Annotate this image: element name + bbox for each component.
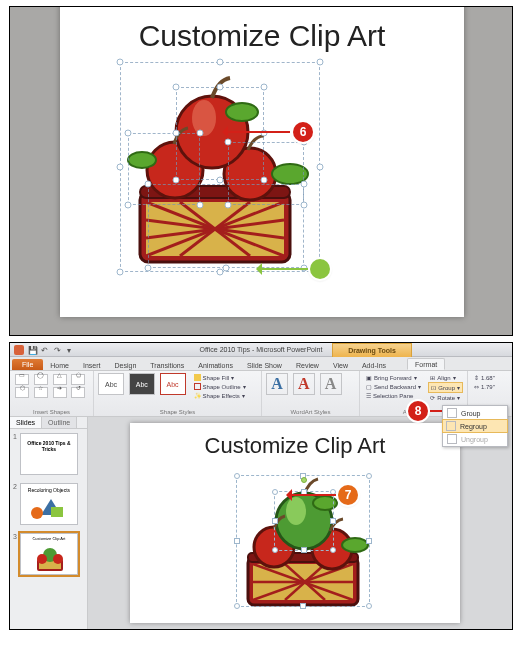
shape-gallery-item[interactable]: ↺ — [71, 387, 85, 398]
left-pane-tabs: Slides Outline — [10, 417, 87, 429]
undo-icon[interactable]: ↶ — [41, 346, 50, 355]
menu-item-regroup[interactable]: Regroup — [442, 419, 508, 433]
callout-8-label: 8 — [415, 404, 422, 418]
svg-rect-18 — [51, 507, 63, 517]
app-title: Office 2010 Tips - Microsoft PowerPoint — [200, 346, 323, 353]
slide-thumbnail-pane: Slides Outline 1 Office 2010 Tips & Tric… — [10, 417, 88, 629]
ungroup-icon — [447, 434, 457, 444]
menu-item-ungroup[interactable]: Ungroup — [443, 432, 507, 446]
ribbon-tabs: File Home Insert Design Transitions Anim… — [10, 357, 512, 371]
shape-effects-button[interactable]: ✨Shape Effects ▾ — [192, 391, 248, 400]
callout-6: 6 — [293, 122, 313, 142]
thumb-title: Office 2010 Tips & Tricks — [21, 440, 77, 452]
redo-icon[interactable]: ↷ — [54, 346, 63, 355]
shape-style-preset[interactable]: Abc — [160, 373, 186, 395]
wordart-preset[interactable]: A — [293, 373, 315, 395]
rotate-handle-icon[interactable] — [301, 477, 307, 483]
titlebar: Office 2010 Tips - Microsoft PowerPoint — [10, 343, 512, 357]
save-icon[interactable]: 💾 — [28, 346, 37, 355]
svg-point-10 — [272, 164, 308, 184]
shape-gallery-item[interactable]: ◯ — [34, 374, 48, 385]
thumb-number: 3 — [13, 533, 17, 540]
thumb-number: 2 — [13, 483, 17, 490]
tab-slideshow[interactable]: Slide Show — [240, 360, 289, 370]
tab-outline[interactable]: Outline — [42, 417, 77, 428]
shape-gallery-item[interactable]: △ — [53, 374, 67, 385]
figure-panel-1: Customize Clip Art — [9, 6, 513, 336]
quick-access-toolbar[interactable]: 💾 ↶ ↷ ▾ — [14, 343, 76, 357]
bring-forward-button[interactable]: ▣ Bring Forward ▾ — [364, 373, 428, 382]
height-input[interactable]: ⇕ 1.68" — [472, 373, 507, 382]
contextual-tab-label: Drawing Tools — [348, 347, 396, 354]
shape-fill-button[interactable]: Shape Fill ▾ — [192, 373, 248, 382]
thumb-number: 1 — [13, 433, 17, 440]
callout-green-dot — [310, 259, 330, 279]
tab-format[interactable]: Format — [407, 358, 445, 370]
tab-design[interactable]: Design — [107, 360, 143, 370]
width-input[interactable]: ⇔ 1.79" — [472, 382, 507, 391]
shape-gallery-item[interactable]: ▭ — [15, 374, 29, 385]
slide-thumb-1[interactable]: Office 2010 Tips & Tricks — [20, 433, 78, 475]
tab-transitions[interactable]: Transitions — [143, 360, 191, 370]
shape-gallery-item[interactable]: ⬠ — [71, 374, 85, 385]
shape-gallery-item[interactable]: ⬡ — [15, 387, 29, 398]
tab-file[interactable]: File — [12, 359, 43, 370]
rotate-button[interactable]: ⟳ Rotate ▾ — [428, 393, 463, 402]
effects-icon: ✨ — [194, 392, 201, 399]
group-label-shape-styles: Shape Styles — [94, 409, 261, 415]
slide-title: Customize Clip Art — [60, 19, 464, 53]
tab-review[interactable]: Review — [289, 360, 326, 370]
callout-6-arrow — [228, 131, 290, 133]
editor-canvas: Customize Clip Art — [88, 417, 512, 629]
callout-7: 7 — [338, 485, 358, 505]
group-button[interactable]: ⊡ Group ▾ — [428, 382, 463, 393]
callout-7-arrow — [292, 494, 336, 496]
tab-animations[interactable]: Animations — [191, 360, 240, 370]
callout-6-label: 6 — [300, 125, 307, 139]
shape-style-gallery[interactable]: Abc Abc Abc — [98, 373, 188, 395]
contextual-tab-drawing-tools: Drawing Tools — [332, 343, 412, 357]
current-slide: Customize Clip Art — [130, 423, 460, 623]
tab-view[interactable]: View — [326, 360, 355, 370]
svg-point-22 — [37, 554, 47, 564]
thumb-row[interactable]: 2 Recoloring Objects — [10, 479, 87, 529]
thumb-row[interactable]: 1 Office 2010 Tips & Tricks — [10, 429, 87, 479]
thumb-row[interactable]: 3 Customize Clip Art — [10, 529, 87, 579]
menu-item-group[interactable]: Group — [443, 406, 507, 420]
ribbon-group-insert-shapes: ▭ ◯ △ ⬠ ⬡ ☆ ➔ ↺ Insert Shapes — [10, 371, 94, 416]
outline-swatch-icon — [194, 383, 201, 390]
slide-thumb-3[interactable]: Customize Clip Art — [20, 533, 78, 575]
svg-point-14 — [192, 100, 216, 136]
group-label-insert-shapes: Insert Shapes — [10, 409, 93, 415]
shape-style-preset[interactable]: Abc — [129, 373, 155, 395]
wordart-preset[interactable]: A — [266, 373, 288, 395]
svg-point-17 — [31, 507, 43, 519]
slide: Customize Clip Art — [60, 6, 464, 317]
shape-gallery-item[interactable]: ☆ — [34, 387, 48, 398]
shape-outline-button[interactable]: Shape Outline ▾ — [192, 382, 248, 391]
qat-more-icon[interactable]: ▾ — [67, 346, 76, 355]
figure-panel-2: Office 2010 Tips - Microsoft PowerPoint … — [9, 342, 513, 630]
selection-pane-button[interactable]: ☰ Selection Pane — [364, 391, 428, 400]
align-button[interactable]: ⊞ Align ▾ — [428, 373, 463, 382]
tab-addins[interactable]: Add-Ins — [355, 360, 393, 370]
thumb2-art — [21, 493, 79, 523]
send-backward-button[interactable]: ▢ Send Backward ▾ — [364, 382, 428, 391]
clipart-apple-basket[interactable] — [120, 62, 320, 272]
shape-gallery-item[interactable]: ➔ — [53, 387, 67, 398]
ribbon-group-shape-styles: Abc Abc Abc Shape Fill ▾ Shape Outline ▾… — [94, 371, 262, 416]
svg-point-23 — [53, 554, 63, 564]
shape-style-preset[interactable]: Abc — [98, 373, 124, 395]
tab-insert[interactable]: Insert — [76, 360, 108, 370]
apple-basket-svg — [120, 62, 320, 272]
group-label-wordart-styles: WordArt Styles — [262, 409, 359, 415]
tab-slides[interactable]: Slides — [10, 417, 42, 428]
group-dropdown-menu: Group Regroup Ungroup — [442, 405, 508, 447]
callout-8: 8 — [408, 401, 428, 421]
group-icon — [447, 408, 457, 418]
powerpoint-icon — [14, 345, 24, 355]
ribbon-group-wordart-styles: A A A WordArt Styles — [262, 371, 360, 416]
slide-thumb-2[interactable]: Recoloring Objects — [20, 483, 78, 525]
fill-swatch-icon — [194, 374, 201, 381]
wordart-preset[interactable]: A — [320, 373, 342, 395]
